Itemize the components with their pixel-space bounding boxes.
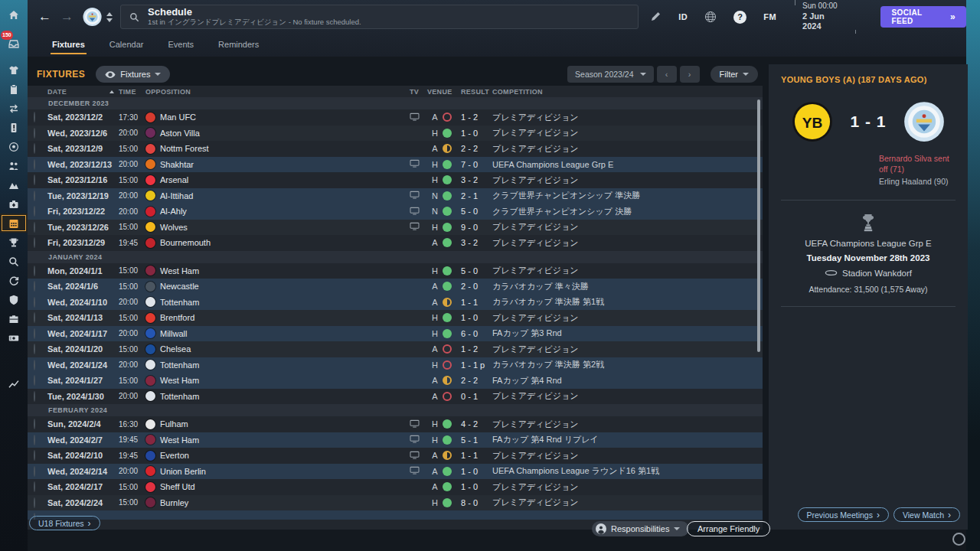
fixture-row[interactable]: Sat, 2023/12/1615:00ArsenalH3 - 2プレミアディビ… (28, 172, 763, 188)
sidebar-item-shirt[interactable] (0, 60, 28, 80)
sidebar-item-mountain[interactable] (0, 175, 28, 194)
row-checkbox[interactable] (34, 450, 35, 461)
row-checkbox[interactable] (34, 481, 35, 492)
row-checkbox[interactable] (34, 344, 35, 354)
fixture-row[interactable]: Fri, 2023/12/2919:45BournemouthA3 - 2プレミ… (28, 235, 763, 251)
row-checkbox[interactable] (34, 435, 35, 445)
row-checkbox[interactable] (34, 281, 35, 292)
fixture-row[interactable]: Tue, 2023/12/1920:00Al-IttihadN2 - 1クラブ世… (28, 188, 763, 204)
row-checkbox[interactable] (34, 159, 35, 170)
filter-dropdown[interactable]: Filter (710, 66, 758, 83)
fixture-row[interactable]: Tue, 2024/1/3020:00TottenhamA0 - 1プレミアディ… (28, 389, 763, 405)
sidebar-item-trophy[interactable] (0, 233, 28, 252)
fm-logo[interactable]: FM (763, 12, 776, 21)
fixture-row[interactable]: Wed, 2024/1/2420:00TottenhamH1 - 1 pカラバオ… (28, 357, 763, 373)
sidebar-item-money[interactable] (0, 328, 28, 347)
view-dropdown[interactable]: Fixtures (96, 66, 170, 83)
column-opposition[interactable]: OPPOSITION (145, 88, 410, 96)
view-match-button[interactable]: View Match › (893, 507, 960, 522)
row-checkbox[interactable] (34, 174, 35, 185)
row-checkbox[interactable] (34, 297, 35, 308)
sidebar-item-search[interactable] (0, 252, 28, 271)
fixture-row[interactable]: Sat, 2024/1/2715:00West HamA2 - 2FAカップ 第… (28, 373, 763, 389)
row-checkbox[interactable] (34, 497, 35, 508)
forward-arrow-icon[interactable]: → (56, 9, 78, 24)
fixture-row[interactable]: Wed, 2024/2/719:45West HamH5 - 1FAカップ 第4… (28, 432, 763, 448)
row-checkbox[interactable] (34, 328, 35, 339)
fixture-row[interactable]: Wed, 2024/1/1020:00TottenhamA1 - 1カラバオカッ… (28, 295, 763, 311)
fixture-row[interactable]: Sat, 2024/1/1315:00BrentfordH1 - 0プレミアディ… (28, 310, 763, 326)
manager-id-button[interactable]: ID (678, 12, 688, 21)
tab-calendar[interactable]: Calendar (97, 34, 156, 57)
screen-title-search-box[interactable]: Schedule 1st in イングランドプレミアディビジョン - No fi… (120, 5, 639, 29)
row-checkbox[interactable] (34, 312, 35, 323)
sidebar-item-briefcase[interactable] (0, 309, 28, 328)
sidebar-item-home[interactable] (0, 5, 28, 24)
sidebar-item-ball[interactable] (0, 137, 28, 156)
continue-button-ring[interactable] (952, 533, 965, 546)
vertical-scrollbar[interactable] (757, 99, 760, 352)
tab-events[interactable]: Events (155, 34, 206, 57)
team-switcher-chevrons[interactable] (106, 12, 113, 22)
next-season-button[interactable]: › (680, 66, 700, 83)
fixture-row[interactable]: Sat, 2024/2/1019:45EvertonA1 - 1プレミアディビジ… (28, 448, 763, 464)
fixture-row[interactable]: Sat, 2024/2/1715:00Sheff UtdA1 - 0プレミアディ… (28, 479, 763, 495)
edit-icon[interactable] (649, 11, 662, 23)
row-checkbox[interactable] (34, 191, 35, 201)
row-checkbox[interactable] (34, 206, 35, 217)
row-checkbox[interactable] (34, 128, 35, 139)
help-icon[interactable]: ? (733, 11, 746, 24)
row-checkbox[interactable] (34, 360, 35, 370)
row-checkbox[interactable] (34, 266, 35, 276)
sidebar-item-chart[interactable] (0, 373, 28, 393)
sidebar-item-medical[interactable] (0, 194, 28, 214)
fixture-row[interactable]: Wed, 2024/2/1420:00Union BerlinA1 - 0UEF… (28, 464, 763, 480)
fixture-row[interactable]: Wed, 2023/12/1320:00ShakhtarH7 - 0UEFA C… (28, 157, 763, 173)
row-checkbox[interactable] (34, 222, 35, 233)
fixture-row[interactable]: Mon, 2024/1/115:00West HamH5 - 0プレミアディビジ… (28, 263, 763, 279)
sidebar-item-card[interactable] (0, 118, 28, 137)
sidebar-item-refresh[interactable] (0, 271, 28, 290)
sidebar-item-shield[interactable] (0, 290, 28, 309)
sidebar-item-clipboard[interactable] (0, 80, 28, 99)
row-checkbox[interactable] (34, 375, 35, 386)
fixture-row[interactable]: Sat, 2023/12/217:30Man UFCA1 - 2プレミアディビジ… (28, 109, 763, 126)
back-arrow-icon[interactable]: ← (34, 9, 56, 24)
social-feed-button[interactable]: SOCIAL FEED » (880, 6, 966, 28)
fixture-row[interactable]: Sat, 2024/1/615:00NewcastleA2 - 0カラバオカップ… (28, 279, 763, 295)
fixture-row[interactable]: Fri, 2023/12/2220:00Al-AhlyN5 - 0クラブ世界チャ… (28, 204, 763, 220)
column-competition[interactable]: COMPETITION (492, 88, 763, 96)
row-checkbox[interactable] (34, 466, 35, 477)
arrange-friendly-button[interactable]: Arrange Friendly (687, 521, 770, 536)
u18-fixtures-button[interactable]: U18 Fixtures › (29, 516, 100, 530)
row-checkbox[interactable] (34, 391, 35, 402)
sidebar-item-swap[interactable] (0, 99, 28, 118)
row-checkbox[interactable] (34, 143, 35, 154)
world-icon[interactable] (704, 11, 717, 23)
fixture-row[interactable]: Sat, 2024/2/2415:00BurnleyH8 - 0プレミアディビジ… (28, 495, 763, 511)
sidebar-item-inbox[interactable]: 150 (0, 34, 28, 53)
fixture-row[interactable]: Sun, 2024/2/416:30FulhamH4 - 2プレミアディビジョン (28, 416, 763, 432)
fixture-row[interactable]: Wed, 2023/12/620:00Aston VillaH1 - 0プレミア… (28, 126, 763, 142)
club-crest-icon[interactable] (83, 7, 102, 27)
column-result[interactable]: RESULT (461, 88, 492, 96)
fixture-row[interactable]: Sat, 2023/12/915:00Nottm ForestA2 - 2プレミ… (28, 141, 763, 157)
row-checkbox[interactable] (34, 112, 35, 122)
sidebar-item-staff[interactable] (0, 156, 28, 175)
previous-season-button[interactable]: ‹ (657, 66, 677, 83)
season-dropdown[interactable]: Season 2023/24 (567, 66, 653, 83)
fixture-row[interactable]: Tue, 2023/12/2615:00WolvesH9 - 0プレミアディビジ… (28, 220, 763, 236)
column-venue[interactable]: VENUE (427, 88, 443, 96)
fixture-row[interactable]: Sat, 2024/1/2015:00ChelseaA1 - 2プレミアディビジ… (28, 341, 763, 357)
fixture-row[interactable] (28, 510, 763, 520)
column-time[interactable]: TIME (119, 88, 145, 96)
responsibilities-dropdown[interactable]: Responsibilities (592, 521, 689, 536)
sidebar-item-calendar[interactable] (0, 214, 28, 233)
column-date[interactable]: DATE (47, 88, 119, 96)
fixture-row[interactable]: Wed, 2024/1/1720:00MillwallH6 - 0FAカップ 第… (28, 326, 763, 342)
column-tv[interactable]: TV (410, 88, 427, 96)
previous-meetings-button[interactable]: Previous Meetings › (798, 507, 889, 522)
tab-fixtures[interactable]: Fixtures (40, 34, 97, 57)
tab-reminders[interactable]: Reminders (206, 34, 271, 57)
row-checkbox[interactable] (34, 237, 35, 248)
